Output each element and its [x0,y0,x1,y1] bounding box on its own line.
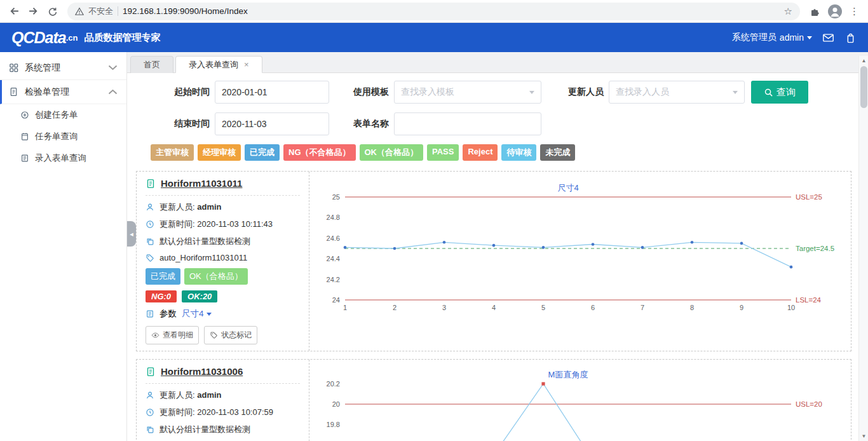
sidebar-subitem-label: 录入表单查询 [35,153,86,164]
scroll-down-arrow[interactable]: ▼ [859,431,868,441]
form-icon [146,367,156,377]
status-badge[interactable]: 主管审核 [151,144,194,161]
parameter-row: 参数 尺寸4 [146,308,300,320]
bookmark-star-icon[interactable]: ☆ [784,6,792,17]
shop-bag-icon[interactable] [844,32,857,44]
updater-select[interactable]: 查找录入人员 [609,81,745,104]
mail-icon[interactable] [822,32,834,44]
chevron-down-icon [807,36,812,39]
record-title-link[interactable]: Horiform11031006 [161,366,243,377]
browser-menu-icon[interactable]: ⋮ [850,6,859,17]
template-placeholder: 查找录入模板 [401,86,454,98]
svg-text:1: 1 [343,304,347,311]
svg-text:24: 24 [332,296,340,304]
chevron-down-icon [108,63,118,72]
tab-close-icon[interactable]: × [244,60,249,69]
tag-icon [146,254,154,262]
status-badge[interactable]: NG（不合格品） [283,144,356,161]
eye-icon [151,331,159,339]
svg-text:24.6: 24.6 [327,234,340,242]
status-badge[interactable]: Reject [463,144,498,161]
vertical-scrollbar[interactable]: ▲ ▼ [858,56,868,441]
tab-form-query[interactable]: 录入表单查询 × [175,56,262,73]
control-chart: M面直角度1919.219.419.619.82020.212345678910… [311,367,847,441]
address-divider [118,6,118,16]
updater-label: 更新人员: [159,202,195,212]
status-badge[interactable]: PASS [427,144,459,161]
sidebar-item-form-query[interactable]: 录入表单查询 [0,147,126,169]
status-badge[interactable]: 待审核 [501,144,536,161]
layout: 系统管理 检验单管理 创建任务单 任务单查询 录入表单查询 [0,52,868,441]
record-info: Horiform11031011 更新人员: admin 更新时间: [137,172,309,351]
status-filter-badges: 主管审核 经理审核 已完成 NG（不合格品） OK（合格品） PASS Reje… [127,144,868,161]
svg-text:2: 2 [393,304,397,311]
divider [146,383,300,384]
status-badge[interactable]: OK（合格品） [360,144,424,161]
svg-text:USL=25: USL=25 [796,193,822,201]
update-time-line: 更新时间: 2020-11-03 10:07:59 [146,407,300,418]
user-role: 系统管理员 [732,32,776,43]
sidebar-item-system[interactable]: 系统管理 [0,56,126,80]
svg-text:24.4: 24.4 [327,255,340,262]
address-bar[interactable]: 不安全 192.168.1.199:9090/Home/Index ☆ [67,3,800,20]
clock-icon [146,220,154,229]
parameter-select[interactable]: 尺寸4 [182,308,212,320]
url-text[interactable]: 192.168.1.199:9090/Home/Index [123,6,248,16]
svg-text:USL=20: USL=20 [796,400,822,408]
user-menu[interactable]: 系统管理员 admin [732,32,812,43]
form-query-icon [20,154,29,163]
sidebar-item-create-task[interactable]: 创建任务单 [0,104,126,126]
sidebar-collapse-handle[interactable]: ◂ [127,221,136,247]
svg-text:尺寸4: 尺寸4 [557,183,578,193]
profile-avatar[interactable] [828,4,842,18]
ng-counter: NG:0 [146,290,177,302]
svg-text:Target=24.5: Target=24.5 [796,245,834,252]
updater-value: admin [197,390,221,400]
app-header: QCData .cn 品质数据管理专家 系统管理员 admin [0,23,868,52]
updater-label: 更新人员 [541,86,604,98]
start-time-input[interactable] [215,81,329,104]
forward-button[interactable] [24,3,42,20]
sidebar-item-inspection[interactable]: 检验单管理 [0,80,126,104]
tag-line: auto_Horiform11031011 [146,253,300,262]
end-time-input[interactable] [215,112,329,135]
sidebar-item-task-query[interactable]: 任务单查询 [0,126,126,147]
person-icon [146,391,154,400]
search-button[interactable]: 查询 [751,81,808,104]
sidebar-subitem-label: 任务单查询 [35,131,78,142]
filter-row-1: 起始时间 使用模板 查找录入模板 更新人员 查找录入人员 [127,81,868,104]
group-line: 默认分组计量型数据检测 [146,424,300,435]
svg-text:10: 10 [787,304,795,311]
svg-text:20: 20 [332,400,340,408]
tab-home[interactable]: 首页 [130,56,173,73]
ok-counter: OK:20 [182,290,217,302]
time-value: 2020-11-03 10:07:59 [197,407,273,417]
refresh-button[interactable] [43,3,61,20]
scroll-up-arrow[interactable]: ▲ [859,56,868,65]
status-mark-button[interactable]: 状态标记 [204,326,257,344]
svg-text:24.2: 24.2 [327,276,340,283]
view-detail-button[interactable]: 查看明细 [146,326,199,344]
sidebar: 系统管理 检验单管理 创建任务单 任务单查询 录入表单查询 [0,52,127,441]
status-badge[interactable]: 经理审核 [198,144,241,161]
sidebar-item-label: 检验单管理 [25,86,69,98]
group-value: 默认分组计量型数据检测 [159,424,250,435]
template-select[interactable]: 查找录入模板 [394,81,541,104]
record-title-link[interactable]: Horiform11031011 [161,178,242,189]
record-chart-pane: 尺寸42424.224.424.624.82512345678910USL=25… [309,172,851,351]
updater-value: admin [197,202,221,212]
record-badges: 已完成 OK（合格品） [146,268,300,285]
status-badge[interactable]: 未完成 [540,144,575,161]
scrollbar-thumb[interactable] [860,66,867,108]
parameter-value: 尺寸4 [182,308,204,320]
svg-text:M面直角度: M面直角度 [548,370,588,379]
extensions-icon[interactable] [810,6,820,17]
copy-icon [146,237,154,246]
browser-toolbar: 不安全 192.168.1.199:9090/Home/Index ☆ ⋮ [0,0,868,23]
form-icon [146,179,156,189]
back-button[interactable] [5,3,23,20]
form-name-input[interactable] [394,112,541,135]
updater-label: 更新人员: [159,390,195,400]
status-badge[interactable]: 已完成 [245,144,280,161]
search-icon [764,88,773,97]
